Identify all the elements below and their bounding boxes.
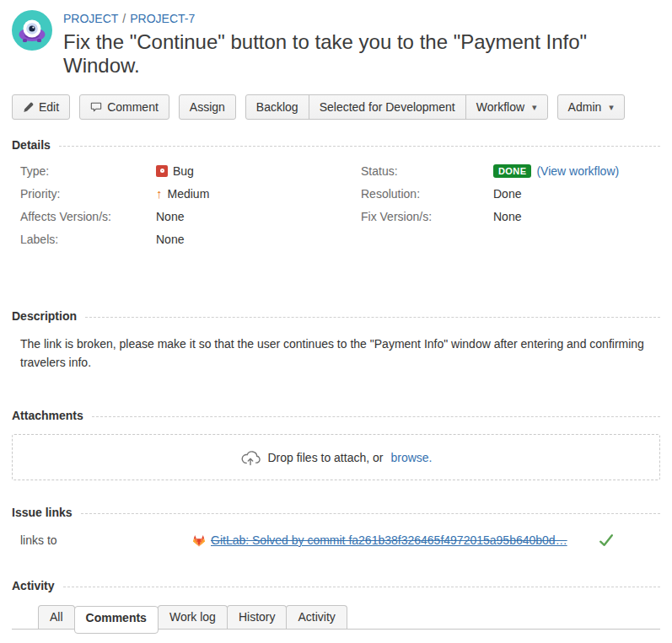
- backlog-label: Backlog: [256, 100, 298, 114]
- assign-button[interactable]: Assign: [179, 94, 236, 120]
- description-heading-label: Description: [12, 309, 77, 323]
- activity-heading: Activity: [12, 579, 660, 592]
- tab-history[interactable]: History: [227, 605, 288, 629]
- description-text: The link is broken, please make it so th…: [12, 335, 656, 372]
- tab-comments[interactable]: Comments: [74, 606, 159, 634]
- issue-links-heading-label: Issue links: [12, 506, 73, 519]
- toolbar: Edit Comment Assign Backlog Selected for…: [12, 94, 660, 120]
- details-right-column: Status: DONE (View workflow) Resolution:…: [361, 163, 660, 255]
- resolved-check-icon: [599, 533, 614, 547]
- fix-version-label: Fix Version/s:: [361, 210, 493, 223]
- fix-version-value: None: [493, 210, 521, 223]
- breadcrumb-issue-link[interactable]: PROJECT-7: [130, 12, 195, 25]
- edit-label: Edit: [39, 100, 59, 114]
- workflow-dropdown-button[interactable]: Workflow ▾: [465, 94, 548, 120]
- priority-value: Medium: [168, 187, 210, 201]
- labels-value: None: [156, 233, 184, 246]
- affects-version-label: Affects Version/s:: [20, 210, 156, 223]
- status-badge: DONE: [493, 164, 531, 178]
- issue-links-heading: Issue links: [12, 506, 660, 519]
- attachments-section: Attachments Drop files to attach, or bro…: [12, 409, 660, 480]
- gitlab-commit-link[interactable]: GitLab: Solved by commit fa261b38f326465…: [211, 533, 567, 547]
- activity-section: Activity All Comments Work log History A…: [12, 579, 660, 643]
- details-heading-label: Details: [12, 138, 51, 152]
- edit-button[interactable]: Edit: [12, 94, 70, 120]
- issue-page: PROJECT/PROJECT-7 Fix the "Continue" but…: [0, 0, 672, 643]
- heading-rule: [59, 146, 660, 147]
- tab-all[interactable]: All: [38, 605, 75, 629]
- comment-label: Comment: [107, 100, 159, 114]
- priority-medium-icon: ↑: [156, 187, 163, 200]
- heading-rule: [63, 587, 660, 587]
- detail-row-labels: Labels: None: [20, 232, 361, 246]
- gitlab-icon: [192, 534, 206, 547]
- workflow-button-group: Backlog Selected for Development Workflo…: [245, 94, 548, 120]
- backlog-button[interactable]: Backlog: [245, 94, 309, 120]
- project-avatar: [12, 10, 52, 51]
- detail-row-affects-version: Affects Version/s: None: [20, 209, 361, 223]
- type-value: Bug: [173, 164, 194, 178]
- activity-tabs: All Comments Work log History Activity: [12, 605, 660, 630]
- heading-rule: [85, 317, 660, 318]
- detail-row-type: Type: Bug: [20, 163, 361, 178]
- breadcrumb-project-link[interactable]: PROJECT: [63, 12, 118, 25]
- browse-link[interactable]: browse.: [390, 451, 432, 464]
- attachments-heading: Attachments: [12, 409, 660, 422]
- issue-links-section: Issue links links to GitLab: Solved by c…: [12, 506, 660, 547]
- bug-icon: [156, 165, 168, 177]
- selected-for-development-label: Selected for Development: [320, 100, 455, 114]
- description-section: Description The link is broken, please m…: [12, 309, 660, 372]
- affects-version-value: None: [156, 210, 184, 223]
- detail-row-priority: Priority: ↑ Medium: [20, 186, 361, 201]
- resolution-label: Resolution:: [361, 187, 493, 201]
- issue-header: PROJECT/PROJECT-7 Fix the "Continue" but…: [12, 10, 660, 78]
- workflow-label: Workflow: [476, 100, 524, 114]
- selected-for-development-button[interactable]: Selected for Development: [309, 94, 466, 120]
- tab-work-log[interactable]: Work log: [158, 605, 228, 629]
- pencil-icon: [23, 102, 34, 113]
- tab-activity[interactable]: Activity: [286, 605, 347, 629]
- admin-dropdown-button[interactable]: Admin ▾: [557, 94, 625, 120]
- breadcrumb-separator: /: [122, 12, 126, 25]
- comment-button[interactable]: Comment: [79, 94, 169, 120]
- link-relation-label: links to: [20, 533, 192, 547]
- issue-link-row: links to GitLab: Solved by commit fa261b…: [12, 533, 660, 547]
- detail-row-status: Status: DONE (View workflow): [361, 163, 660, 178]
- attachments-heading-label: Attachments: [12, 409, 83, 422]
- view-workflow-link[interactable]: (View workflow): [536, 164, 619, 178]
- details-left-column: Type: Bug Priority: ↑ Medium Affects Ver…: [20, 163, 361, 255]
- detail-row-fix-version: Fix Version/s: None: [361, 209, 660, 223]
- issue-title: Fix the "Continue" button to take you to…: [63, 30, 660, 78]
- detail-row-resolution: Resolution: Done: [361, 186, 660, 201]
- attachment-dropzone[interactable]: Drop files to attach, or browse.: [12, 434, 660, 480]
- description-heading: Description: [12, 309, 660, 323]
- resolution-value: Done: [493, 187, 521, 201]
- assign-label: Assign: [190, 100, 225, 114]
- details-section: Details Type: Bug Priority: ↑ Medium: [12, 138, 660, 255]
- heading-rule: [81, 513, 660, 514]
- caret-down-icon: ▾: [609, 103, 614, 112]
- details-heading: Details: [12, 138, 660, 152]
- admin-label: Admin: [568, 100, 602, 114]
- type-label: Type:: [20, 164, 156, 178]
- caret-down-icon: ▾: [532, 103, 537, 112]
- comment-bubble-icon: [90, 101, 102, 113]
- status-label: Status:: [361, 164, 493, 178]
- drop-files-text: Drop files to attach, or: [268, 451, 384, 464]
- activity-heading-label: Activity: [12, 579, 55, 592]
- priority-label: Priority:: [20, 187, 156, 201]
- breadcrumb: PROJECT/PROJECT-7: [63, 12, 660, 26]
- cloud-upload-icon: [240, 449, 261, 466]
- heading-rule: [92, 416, 660, 417]
- header-text: PROJECT/PROJECT-7 Fix the "Continue" but…: [63, 10, 660, 78]
- labels-label: Labels:: [20, 233, 156, 246]
